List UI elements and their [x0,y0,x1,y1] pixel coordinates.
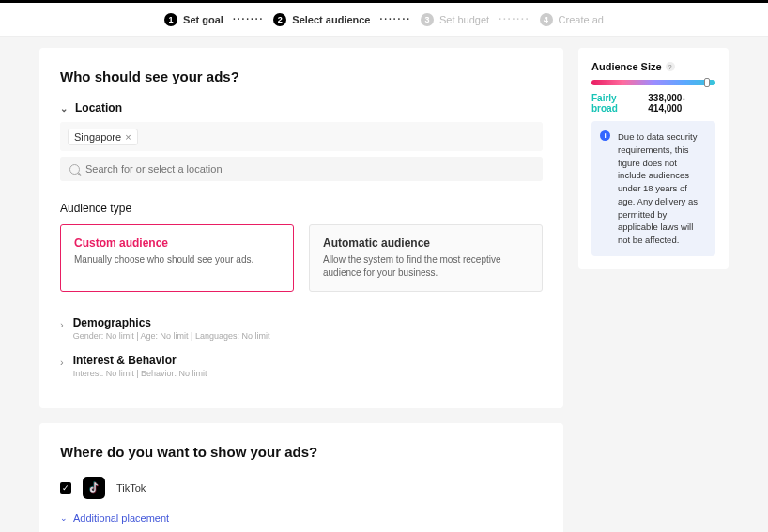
location-search-input[interactable] [85,163,533,175]
location-chip-row: Singapore × [60,122,543,151]
location-label: Location [75,101,122,114]
audience-breadth-label: Fairly broad [591,93,642,114]
step-set-goal[interactable]: 1 Set goal [164,13,223,26]
option-title: Automatic audience [323,236,529,250]
step-divider: ······· [379,14,410,24]
step-label: Create ad [559,14,604,25]
additional-placement-toggle[interactable]: ⌄ Additional placement [60,512,543,524]
location-chip[interactable]: Singapore × [68,129,138,145]
search-icon [69,164,80,175]
info-icon[interactable]: ? [666,62,675,71]
additional-placement-label: Additional placement [73,512,169,524]
audience-size-gauge [591,80,715,85]
chevron-down-icon: ⌄ [60,513,68,523]
step-select-audience[interactable]: 2 Select audience [273,13,370,26]
chevron-down-icon: ⌄ [60,103,68,114]
progress-stepper: 1 Set goal ······· 2 Select audience ···… [0,3,768,37]
section-summary: Gender: No limit | Age: No limit | Langu… [73,331,270,341]
option-title: Custom audience [74,236,280,250]
audience-size-panel: Audience Size ? Fairly broad 338,000-414… [578,48,729,269]
demographics-section[interactable]: › Demographics Gender: No limit | Age: N… [60,316,543,341]
placement-label: TikTok [116,482,146,494]
placement-card: Where do you want to show your ads? ✓ Ti… [39,423,563,532]
option-desc: Allow the system to find the most recept… [323,253,529,280]
audience-size-row: Fairly broad 338,000-414,000 [591,93,715,114]
step-label: Set goal [183,14,223,25]
step-label: Select audience [292,14,370,25]
interest-behavior-section[interactable]: › Interest & Behavior Interest: No limit… [60,354,543,378]
audience-type-custom[interactable]: Custom audience Manually choose who shou… [60,224,294,292]
step-number: 2 [273,13,286,26]
chevron-right-icon: › [60,319,64,330]
audience-card: Who should see your ads? ⌄ Location Sing… [39,48,563,408]
placement-checkbox[interactable]: ✓ [60,482,71,494]
placement-row-tiktok: ✓ TikTok [60,477,543,499]
audience-type-automatic[interactable]: Automatic audience Allow the system to f… [309,224,543,292]
close-icon[interactable]: × [125,131,131,143]
card-title: Where do you want to show your ads? [60,444,543,460]
step-set-budget[interactable]: 3 Set budget [421,13,489,26]
audience-type-label: Audience type [60,202,543,215]
card-title: Who should see your ads? [60,68,543,84]
audience-size-value: 338,000-414,000 [648,93,715,114]
step-number: 4 [540,13,553,26]
step-number: 1 [164,13,177,26]
section-title: Demographics [73,316,270,329]
chevron-right-icon: › [60,357,64,368]
data-security-notice: i Due to data security requirements, thi… [591,121,715,256]
section-title: Interest & Behavior [73,354,207,367]
chip-label: Singapore [74,131,121,143]
tiktok-icon [83,477,105,499]
option-desc: Manually choose who should see your ads. [74,253,280,266]
location-search[interactable] [60,157,543,181]
step-label: Set budget [439,14,489,25]
step-divider: ······· [499,14,530,24]
step-create-ad[interactable]: 4 Create ad [540,13,604,26]
gauge-thumb [704,78,710,87]
section-summary: Interest: No limit | Behavior: No limit [73,369,207,378]
step-divider: ······· [233,14,264,24]
notice-text: Due to data security requirements, this … [618,131,698,245]
location-section-header[interactable]: ⌄ Location [60,101,543,114]
panel-title-row: Audience Size ? [591,61,715,72]
panel-title: Audience Size [591,61,662,72]
step-number: 3 [421,13,434,26]
info-icon: i [600,130,610,141]
